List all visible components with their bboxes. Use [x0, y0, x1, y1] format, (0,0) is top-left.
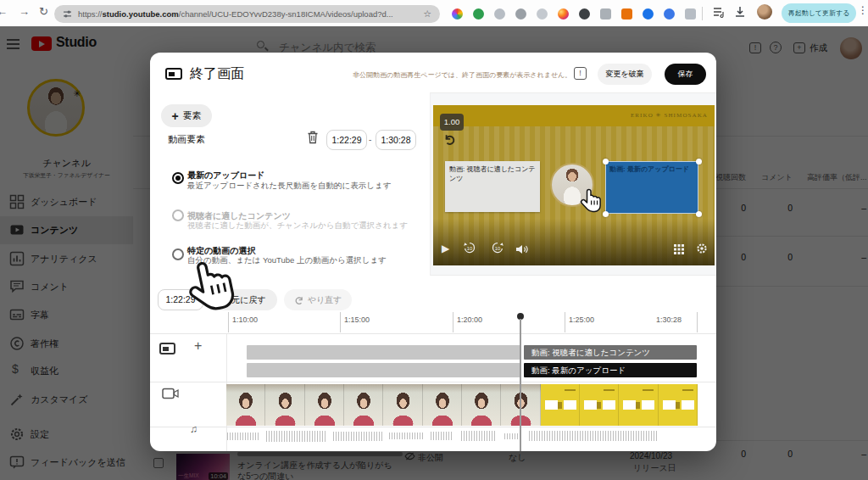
film-frame — [383, 384, 422, 426]
radio-desc: 視聴者に適した動画が、チャンネルから自動で選択されます — [187, 220, 408, 232]
dialog-warning: 非公開動画の動画再生ページでは、終了画面の要素が表示されません。 — [353, 70, 573, 80]
radio-desc: 最近アップロードされた長尺動画を自動的に表示します — [187, 181, 391, 192]
film-frame — [462, 384, 501, 426]
discard-changes-button[interactable]: 変更を破棄 — [598, 64, 652, 85]
toolbar-divider — [702, 7, 703, 20]
video-element-label: 動画要素 — [168, 133, 205, 146]
feedback-icon[interactable]: ! — [574, 67, 587, 80]
delete-icon[interactable] — [307, 131, 319, 144]
squares-extension-icon[interactable] — [600, 8, 611, 20]
film-frame-endscreen — [659, 384, 698, 426]
compass-extension-icon[interactable] — [537, 8, 548, 20]
film-frame-endscreen — [619, 384, 658, 426]
redo-button[interactable]: やり直す — [284, 289, 352, 310]
globe-extension-icon[interactable] — [664, 8, 675, 20]
grid-icon[interactable] — [674, 244, 684, 254]
waveform-segment — [431, 432, 453, 440]
reading-list-icon[interactable] — [713, 7, 726, 19]
dialog-title: 終了画面 — [190, 65, 244, 83]
tick-label: 1:30:28 — [656, 315, 682, 324]
waveform-segment — [227, 433, 259, 440]
puzzle-extension-icon[interactable] — [685, 8, 696, 20]
radio-latest-upload[interactable] — [172, 172, 184, 184]
browser-toolbar: ← → ↻ https://studio.youtube.com/channel… — [0, 0, 868, 26]
add-element-button[interactable]: +要素 — [161, 104, 212, 127]
forward-10-icon[interactable]: 10 — [491, 241, 504, 254]
audio-track-icon: ♫ — [190, 423, 198, 435]
waveform-segment — [266, 431, 327, 442]
element-start-time[interactable]: 1:22:29 — [326, 130, 367, 150]
film-frame — [344, 384, 383, 426]
mic-extension-icon[interactable] — [579, 8, 590, 20]
app-root: ← → ↻ https://studio.youtube.com/channel… — [0, 0, 868, 480]
browser-menu-icon[interactable]: ⋮ — [858, 4, 868, 16]
volume-icon[interactable] — [515, 244, 529, 254]
bookmark-star-icon[interactable]: ☆ — [423, 8, 431, 20]
lock-extension-icon[interactable] — [515, 8, 526, 20]
film-frame — [423, 384, 462, 426]
redo-icon — [294, 295, 304, 305]
element-latest-card[interactable]: 動画: 最新のアップロード — [605, 161, 698, 214]
waveform-segment — [389, 433, 423, 439]
recycle-extension-icon[interactable] — [494, 8, 505, 20]
waveform-segment — [461, 431, 497, 441]
add-track-element-icon[interactable]: + — [194, 338, 202, 354]
browser-profile-avatar[interactable] — [757, 4, 772, 20]
element-suggested-card[interactable]: 動画: 視聴者に適したコンテンツ — [445, 161, 540, 212]
video-preview[interactable]: ERIKO ✳ SHIMOSAKA 1.00 動画: 視聴者に適したコンテンツ … — [433, 105, 715, 265]
save-button[interactable]: 保存 — [665, 64, 706, 85]
end-screen-icon — [165, 68, 182, 80]
tick-label: 1:25:00 — [569, 315, 594, 324]
element-end-time[interactable]: 1:30:28 — [376, 130, 416, 150]
tick-label: 1:20:00 — [457, 315, 482, 324]
preview-panel: ERIKO ✳ SHIMOSAKA 1.00 動画: 視聴者に適したコンテンツ … — [430, 92, 716, 276]
svg-text:10: 10 — [467, 246, 472, 251]
film-frame — [305, 384, 344, 426]
green-extension-icon[interactable] — [473, 8, 484, 20]
download-extension-icon[interactable] — [643, 8, 654, 20]
tick-label: 1:15:00 — [344, 315, 370, 324]
film-frame-endscreen — [580, 384, 619, 426]
element-bar-gray[interactable] — [247, 345, 520, 360]
hand-cursor-small — [580, 188, 602, 213]
end-screen-track-icon — [159, 343, 175, 354]
photos-extension-icon[interactable] — [621, 8, 632, 20]
waveform-segment — [504, 433, 518, 439]
film-frame-endscreen — [541, 384, 580, 426]
extension-icons — [452, 8, 696, 20]
settings-gear-icon[interactable] — [696, 243, 708, 254]
site-settings-icon[interactable] — [63, 9, 72, 19]
video-watermark: ERIKO ✳ SHIMOSAKA — [631, 112, 708, 119]
downloads-icon[interactable] — [734, 6, 746, 19]
waveform-segment — [333, 432, 382, 441]
waveform-segment — [529, 431, 658, 441]
film-frame — [226, 384, 265, 426]
forward-icon[interactable]: → — [19, 5, 30, 18]
film-frame — [265, 384, 304, 426]
rainbow-extension-icon[interactable] — [452, 8, 463, 20]
play-icon[interactable]: ▶ — [442, 243, 449, 254]
time-badge: 1.00 — [440, 114, 464, 131]
video-track-icon — [162, 387, 179, 400]
camera-extension-icon[interactable] — [558, 8, 569, 20]
element-bar-gray[interactable] — [247, 363, 520, 377]
rewind-10-icon[interactable]: 10 — [463, 241, 476, 254]
svg-text:10: 10 — [495, 246, 500, 251]
radio-suited-content[interactable] — [172, 209, 184, 221]
film-strip[interactable] — [226, 384, 698, 426]
radio-specific-video[interactable] — [172, 248, 184, 260]
element-bar-suggested[interactable]: 動画: 視聴者に適したコンテンツ — [524, 345, 697, 360]
url-bar[interactable]: https://studio.youtube.com/channel/UCU-E… — [54, 5, 440, 23]
tick-label: 1:10:00 — [232, 315, 258, 324]
restart-update-button[interactable]: 再起動して更新する — [782, 3, 856, 23]
end-screen-dialog: 終了画面 非公開動画の動画再生ページでは、終了画面の要素が表示されません。 ! … — [150, 53, 716, 451]
playhead-line — [520, 319, 521, 451]
element-bar-latest[interactable]: 動画: 最新のアップロード — [524, 363, 697, 377]
url-text: https://studio.youtube.com/channel/UCU-E… — [78, 9, 423, 19]
back-icon[interactable]: ← — [0, 5, 8, 18]
replay-icon — [443, 133, 456, 146]
reload-icon[interactable]: ↻ — [39, 5, 48, 18]
